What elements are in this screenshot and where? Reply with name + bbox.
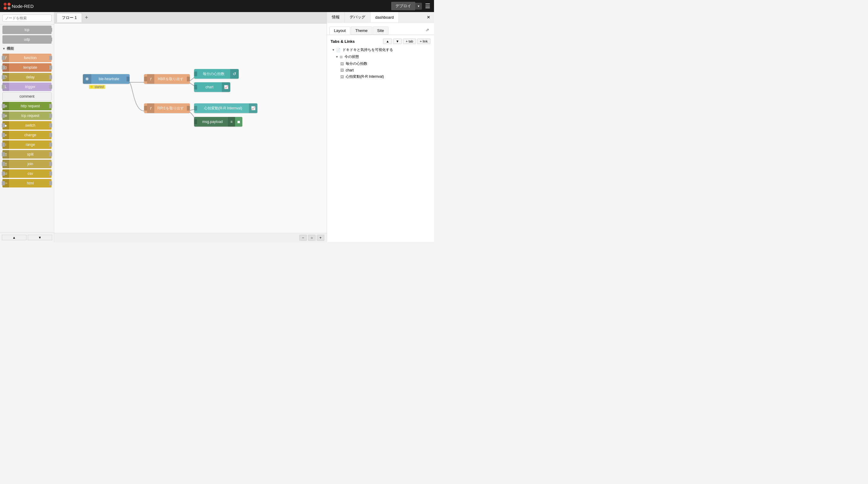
widget2-icon: 🖼 (340, 68, 344, 72)
hrv-port-left (194, 106, 197, 111)
tl-add-tab-button[interactable]: + tab (403, 38, 416, 44)
tree-item-widget2[interactable]: 🖼 chart (331, 67, 430, 73)
node-trigger[interactable]: L trigger (2, 83, 52, 91)
search-input[interactable] (2, 14, 52, 22)
tree-item-page[interactable]: ▼ 📄 ドキドキと気持ちを可視化する (331, 47, 430, 53)
tree-label-widget2: chart (346, 68, 354, 72)
logo-dot-1 (4, 3, 7, 6)
node-range-body: i range (2, 141, 52, 149)
flow-node-chart[interactable]: chart 📈 (194, 82, 230, 92)
tabs-links-controls: ▲ ▼ + tab + link (383, 38, 430, 44)
node-http-request-port-right (49, 104, 52, 108)
rri-port-right (187, 106, 190, 111)
node-comment-body: comment (2, 92, 52, 101)
msgpayload-toggle[interactable]: ◼ (235, 117, 242, 127)
hamburger-button[interactable]: ☰ (425, 2, 430, 10)
node-html-body: <> html (2, 179, 52, 187)
node-tcp[interactable]: tcp (2, 26, 52, 34)
node-udp-port-right (49, 37, 52, 41)
node-split-port-left (2, 152, 5, 156)
flow-node-hrv[interactable]: 心拍変動(R-R Internval) 📈 (194, 103, 257, 113)
sidebar: tcp udp ▼ 機能 f function {} temp (0, 12, 54, 242)
node-change-body: ✕ change (2, 131, 52, 139)
hbr-icon: f (147, 74, 154, 84)
extern-link-icon[interactable]: ⇗ (423, 25, 432, 35)
chart-icon: 📈 (222, 82, 230, 92)
sidebar-up-button[interactable]: ▲ (2, 235, 27, 240)
tree-item-widget1[interactable]: 🖼 毎分の心拍数 (331, 60, 430, 67)
tab-debug[interactable]: デバッグ (345, 12, 370, 22)
node-tcp-request[interactable]: ⚙ tcp request (2, 112, 52, 120)
node-trigger-port-left (2, 85, 5, 89)
tab-flow1[interactable]: フロー 1 (57, 13, 82, 22)
dash-inner-tabs: Layout Theme Site (330, 27, 389, 35)
flow-node-msgpayload[interactable]: msg.payload ≡ ◼ (194, 117, 242, 127)
rri-label: RRI1を取り出す (154, 106, 187, 111)
tab-add-button[interactable]: + (83, 14, 91, 21)
chart-label: chart (197, 85, 222, 89)
node-tcp-request-port-left (2, 114, 5, 118)
tab-info[interactable]: 情報 (327, 12, 345, 22)
zoom-in-button[interactable]: + (317, 235, 324, 241)
zoom-reset-button[interactable]: ○ (308, 235, 315, 241)
node-tcp-body: tcp (2, 26, 52, 34)
node-template[interactable]: {} template (2, 63, 52, 72)
node-comment[interactable]: comment (2, 92, 52, 101)
node-csv[interactable]: 12 csv (2, 170, 52, 178)
node-http-request[interactable]: ⚙ http request (2, 102, 52, 110)
dashboard-content: Layout Theme Site ⇗ Tabs & Links ▲ ▼ + t… (327, 23, 434, 242)
tl-up-button[interactable]: ▲ (383, 38, 392, 44)
node-function-body: f function (2, 54, 52, 62)
sidebar-down-button[interactable]: ▼ (28, 235, 53, 240)
node-delay-port-left (2, 75, 5, 79)
ble-icon: ❋ (83, 74, 91, 84)
node-udp-body: udp (2, 35, 52, 44)
node-split[interactable]: ⣿ split (2, 150, 52, 158)
zoom-out-button[interactable]: − (299, 235, 307, 241)
hrv-icon: 📈 (249, 103, 257, 113)
node-switch-port-right (49, 123, 52, 127)
canvas-bottom: − ○ + (54, 233, 327, 242)
tree-label-page: ドキドキと気持ちを可視化する (342, 47, 393, 53)
tab-dashboard[interactable]: dashboard (370, 12, 399, 22)
node-template-port-right (49, 65, 52, 70)
flow-node-rri[interactable]: f RRI1を取り出す (144, 103, 190, 113)
node-udp[interactable]: udp (2, 35, 52, 44)
tree-item-widget3[interactable]: 🖼 心拍変動(R-R Internval) (331, 73, 430, 80)
node-csv-port-left (2, 172, 5, 176)
dash-tab-site[interactable]: Site (373, 27, 389, 34)
msgpayload-port-left (194, 119, 197, 124)
section-header-function[interactable]: ▼ 機能 (0, 44, 54, 53)
tabs-links-title: Tabs & Links (331, 39, 355, 44)
page-icon: 📄 (336, 48, 341, 52)
node-switch[interactable]: ◆ switch (2, 121, 52, 129)
right-tabs: 情報 デバッグ dashboard ✕ (327, 12, 434, 23)
hbr-label: HBRを取り出す (154, 77, 187, 82)
tl-down-button[interactable]: ▼ (393, 38, 402, 44)
tabs-links-section: Tabs & Links ▲ ▼ + tab + link ▼ 📄 ドキドキと気… (327, 35, 434, 84)
node-csv-body: 12 csv (2, 170, 52, 178)
node-function[interactable]: f function (2, 54, 52, 62)
search-box (0, 12, 54, 24)
dash-tab-theme[interactable]: Theme (351, 27, 372, 34)
node-delay[interactable]: ⏱ delay (2, 73, 52, 81)
node-join[interactable]: ⣿ join (2, 160, 52, 168)
node-range[interactable]: i range (2, 141, 52, 149)
tree-item-group[interactable]: ▼ ⊞ 今の状態 (331, 53, 430, 60)
node-range-port-left (2, 143, 5, 147)
flow-node-ble[interactable]: ❋ ble-heartrate (83, 74, 130, 84)
flow-canvas[interactable]: ❋ ble-heartrate started f HBRを取り出す 毎分の心拍… (54, 24, 327, 233)
tab-dashboard-close[interactable]: ✕ (423, 12, 434, 22)
dash-tab-layout[interactable]: Layout (330, 27, 350, 35)
node-html[interactable]: <> html (2, 179, 52, 187)
node-change[interactable]: ✕ change (2, 131, 52, 139)
tl-add-link-button[interactable]: + link (417, 38, 430, 44)
flow-node-heartrate[interactable]: 毎分の心拍数 ↺ (194, 69, 239, 79)
deploy-arrow-button[interactable]: ▾ (415, 3, 422, 10)
deploy-button[interactable]: デプロイ (391, 2, 415, 10)
node-csv-port-right (49, 172, 52, 176)
widget1-icon: 🖼 (340, 62, 344, 66)
heartrate-icon: ↺ (230, 69, 239, 79)
node-change-port-left (2, 133, 5, 137)
flow-node-hbr[interactable]: f HBRを取り出す (144, 74, 190, 84)
